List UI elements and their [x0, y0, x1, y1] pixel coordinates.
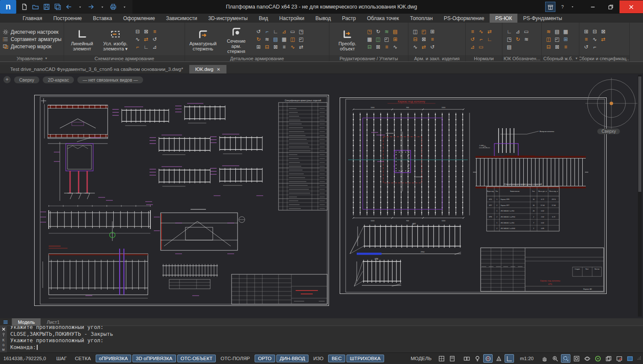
- ribbon-tool-icon[interactable]: ◫: [411, 28, 420, 35]
- ribbon-tool-icon[interactable]: ◰: [382, 35, 391, 43]
- ribbon-tab-Топоплан[interactable]: Топоплан: [405, 14, 438, 23]
- ribbon-tool-icon[interactable]: ⌐: [590, 43, 599, 51]
- close-icon[interactable]: [1, 327, 6, 332]
- button-Сечение арм. стержня[interactable]: Сечение арм.стержня: [221, 24, 252, 55]
- ribbon-tool-icon[interactable]: ↻: [514, 35, 522, 43]
- ribbon-tool-icon[interactable]: ⊠: [142, 28, 150, 35]
- ribbon-tool-icon[interactable]: ▤: [553, 28, 561, 35]
- toolbar-overflow-icon[interactable]: [120, 2, 129, 12]
- ribbon-tool-icon[interactable]: ↺: [254, 28, 263, 35]
- ribbon-tool-icon[interactable]: ◰: [553, 35, 561, 43]
- compass-icon[interactable]: [483, 354, 493, 363]
- button-Усл. изобр. элемента[interactable]: Усл. изобр.элемента ▾: [100, 26, 131, 52]
- ribbon-tab-Главная[interactable]: Главная: [17, 14, 48, 23]
- view-pill-Сверху[interactable]: Сверху: [14, 76, 39, 83]
- ribbon-tool-icon[interactable]: ⇄: [599, 35, 608, 43]
- ribbon-tab-3D-инструменты[interactable]: 3D-инструменты: [203, 14, 253, 23]
- close-button[interactable]: [620, 0, 643, 13]
- ribbon-tool-icon[interactable]: ⊟: [365, 43, 374, 51]
- toggle-ОТС-ОБЪЕКТ[interactable]: ОТС-ОБЪЕКТ: [177, 355, 216, 362]
- ribbon-tool-icon[interactable]: ⊟: [544, 43, 553, 51]
- ribbon-tool-icon[interactable]: ⌐: [477, 35, 485, 43]
- pan-icon[interactable]: [540, 354, 549, 363]
- toggle-ДИН-ВВОД[interactable]: ДИН-ВВОД: [276, 355, 309, 362]
- ribbon-tab-Построение[interactable]: Построение: [48, 14, 88, 23]
- layout-tab-Модель[interactable]: Модель: [12, 318, 41, 326]
- ribbon-tool-icon[interactable]: ⇄: [485, 28, 494, 35]
- ribbon-tool-icon[interactable]: ▭: [477, 43, 485, 51]
- command-prompt[interactable]: Команда:: [10, 344, 643, 351]
- document-tab[interactable]: ЮК.dwg✕: [189, 65, 226, 73]
- ribbon-tool-icon[interactable]: ▦: [561, 28, 570, 35]
- pin-icon[interactable]: [1, 332, 6, 337]
- ribbon-tool-icon[interactable]: ◳: [365, 28, 374, 35]
- undo-menu-icon[interactable]: [75, 2, 85, 12]
- toggle-СЕТКА[interactable]: СЕТКА: [71, 355, 94, 362]
- ribbon-tool-icon[interactable]: ⇄: [297, 43, 305, 51]
- toggle-оПРИВЯЗКА[interactable]: оПРИВЯЗКА: [96, 355, 132, 362]
- model-space-icon[interactable]: [437, 354, 446, 363]
- ribbon-tab-Настройки[interactable]: Настройки: [273, 14, 310, 23]
- ribbon-tool-icon[interactable]: ⊞: [428, 28, 437, 35]
- ribbon-tool-icon[interactable]: ◳: [297, 28, 305, 35]
- new-file-icon[interactable]: [20, 2, 29, 12]
- document-tab[interactable]: Test drive_nanoCAD Фундаменты_3_6_столб …: [4, 65, 189, 73]
- ribbon-tool-icon[interactable]: ⊟: [411, 35, 420, 43]
- ribbon-tool-icon[interactable]: ⊟: [133, 28, 142, 35]
- ribbon-tab-Вставка[interactable]: Вставка: [88, 14, 118, 23]
- nav-wheel-icon[interactable]: [593, 354, 602, 363]
- ribbon-tool-icon[interactable]: ∿: [411, 43, 420, 51]
- group-label-Управление[interactable]: Управление▾: [0, 55, 64, 62]
- ribbon-tool-icon[interactable]: ⊞: [254, 43, 263, 51]
- view-pill-— нет связанных видов —[interactable]: — нет связанных видов —: [77, 76, 143, 83]
- ribbon-tool-icon[interactable]: ⌐: [263, 28, 271, 35]
- button-Преобр. объект[interactable]: Преобр.объект: [332, 26, 363, 52]
- orbit-icon[interactable]: [582, 354, 592, 363]
- close-icon[interactable]: ✕: [217, 67, 220, 72]
- ribbon-tool-icon[interactable]: ⊞: [561, 35, 570, 43]
- ribbon-tool-icon[interactable]: ▤: [391, 28, 399, 35]
- ribbon-tool-icon[interactable]: ◰: [420, 28, 428, 35]
- ribbon-tool-icon[interactable]: ▭: [522, 28, 531, 35]
- view-pill-2D-каркас[interactable]: 2D-каркас: [43, 76, 74, 83]
- annotation-monitor-icon[interactable]: [494, 354, 503, 363]
- minimize-button[interactable]: [584, 0, 602, 13]
- toggle-ВЕС[interactable]: ВЕС: [328, 355, 345, 362]
- restore-button[interactable]: [602, 0, 620, 13]
- print-icon[interactable]: [109, 2, 118, 12]
- ribbon-tool-icon[interactable]: ◫: [374, 35, 382, 43]
- help-menu-icon[interactable]: [567, 2, 578, 12]
- toggle-ИЗО[interactable]: ИЗО: [310, 355, 327, 362]
- model-space-label[interactable]: МОДЕЛЬ: [408, 356, 434, 361]
- ribbon-tool-icon[interactable]: ⊿: [280, 28, 288, 35]
- ribbon-tab-PS-Оформление[interactable]: PS-Оформление: [438, 14, 490, 23]
- ribbon-tab-PS-ЮК[interactable]: PS-ЮК: [490, 14, 517, 23]
- ribbon-tool-icon[interactable]: ≡: [382, 43, 391, 51]
- command-history[interactable]: Укажите противоположный угол:CLOSE,ЗАКРЫ…: [7, 326, 643, 352]
- ribbon-tool-icon[interactable]: ≡: [582, 35, 590, 43]
- ribbon-tool-icon[interactable]: ⊿: [468, 43, 477, 51]
- ribbon-tool-icon[interactable]: ◫: [288, 35, 297, 43]
- ribbon-tool-icon[interactable]: ∟: [485, 35, 494, 43]
- ribbon-tool-icon[interactable]: ↻: [374, 28, 382, 35]
- ribbon-tool-icon[interactable]: ▭: [288, 28, 297, 35]
- layout-tab-Лист1[interactable]: Лист1: [41, 318, 65, 326]
- ucs-icon[interactable]: [505, 354, 514, 363]
- ribbon-tool-icon[interactable]: ⊠: [374, 43, 382, 51]
- ribbon-tool-icon[interactable]: ≡: [280, 43, 288, 51]
- toggle-ШАГ[interactable]: ШАГ: [53, 355, 70, 362]
- ribbon-tool-icon[interactable]: ∟: [505, 28, 514, 35]
- help-icon[interactable]: ?: [557, 2, 567, 12]
- tool-Сортамент арматуры[interactable]: Сортамент арматуры: [3, 36, 62, 42]
- ribbon-tool-icon[interactable]: ↺: [428, 43, 437, 51]
- sheet-preview-icon[interactable]: [447, 354, 457, 363]
- save-icon[interactable]: [42, 2, 51, 12]
- ribbon-tab-Зависимости[interactable]: Зависимости: [161, 14, 203, 23]
- whats-new-icon[interactable]: [545, 2, 555, 12]
- ribbon-tool-icon[interactable]: ◫: [544, 35, 553, 43]
- redo-icon[interactable]: [86, 2, 96, 12]
- ribbon-tool-icon[interactable]: ≋: [263, 35, 271, 43]
- ribbon-tool-icon[interactable]: ↻: [254, 35, 263, 43]
- toggle-ОТС-ПОЛЯР[interactable]: ОТС-ПОЛЯР: [217, 355, 253, 362]
- ribbon-tool-icon[interactable]: ≡: [468, 28, 477, 35]
